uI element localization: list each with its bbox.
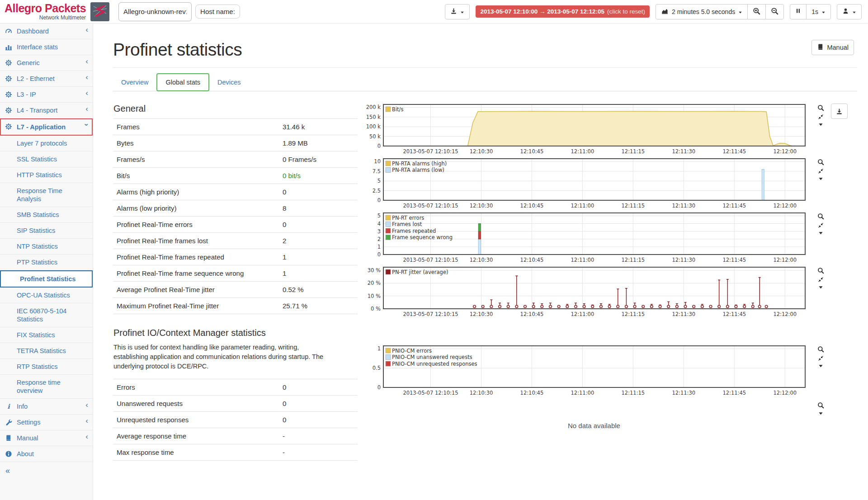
svg-text:12:11:00: 12:11:00	[571, 257, 594, 263]
user-menu-button[interactable]	[837, 4, 862, 19]
sidebar-item-iec-60870-5-104-statistics[interactable]: IEC 60870-5-104 Statistics	[0, 303, 93, 327]
sidebar-item-generic[interactable]: Generic‹	[0, 55, 93, 71]
iocm-table: Errors0Unanswered requests0Unrequested r…	[113, 379, 358, 461]
refresh-interval-button[interactable]: 1s	[806, 4, 831, 19]
chart-resize-icon[interactable]	[818, 222, 824, 228]
chart-resize-icon[interactable]	[818, 355, 824, 361]
zoom-in-button[interactable]	[747, 4, 766, 19]
tab-overview[interactable]: Overview	[113, 74, 156, 90]
chevron-left-icon: ‹	[85, 89, 88, 97]
sidebar-item-l2-ethernet[interactable]: L2 - Ethernet‹	[0, 71, 93, 87]
svg-text:2013-05-07 12:10:15: 2013-05-07 12:10:15	[403, 257, 458, 263]
chart-collapse-icon[interactable]	[818, 364, 823, 368]
stat-row: Maximum Profinet Real-Time jitter25.71 %	[113, 297, 358, 314]
sidebar-item-layer-7-protocols[interactable]: Layer 7 protocols	[0, 136, 93, 151]
chart-collapse-icon[interactable]	[818, 177, 823, 181]
sidebar-item-label: L3 - IP	[17, 91, 36, 98]
svg-text:12:10:30: 12:10:30	[470, 203, 493, 209]
svg-text:12:12:00: 12:12:00	[773, 257, 797, 263]
svg-text:12:10:30: 12:10:30	[470, 311, 493, 317]
manual-button-label: Manual	[827, 44, 849, 51]
brand-logo-icon	[90, 2, 109, 21]
chart-collapse-icon[interactable]	[818, 285, 823, 289]
zoom-out-icon	[771, 7, 778, 16]
sidebar-item-interface-stats[interactable]: Interface stats	[0, 39, 93, 55]
sidebar-item-profinet-statistics[interactable]: Profinet Statistics	[0, 270, 93, 288]
sidebar-item-ssl-statistics[interactable]: SSL Statistics	[0, 151, 93, 167]
zoom-out-button[interactable]	[765, 4, 784, 19]
chart-collapse-icon[interactable]	[818, 411, 823, 415]
stat-label: Profinet Real-Time frames repeated	[117, 253, 283, 261]
svg-text:12:10:45: 12:10:45	[520, 148, 544, 155]
sidebar-item-response-time-overview[interactable]: Response time overview	[0, 375, 93, 399]
stat-label: Maximum Profinet Real-Time jitter	[117, 302, 283, 310]
time-window-label: 2 minutes 5.0 seconds	[672, 8, 735, 15]
device-name-input[interactable]	[118, 2, 192, 21]
chart-resize-icon[interactable]	[818, 168, 824, 174]
svg-text:12:11:15: 12:11:15	[622, 390, 645, 396]
svg-text:12:12:00: 12:12:00	[773, 203, 797, 209]
svg-text:0 %: 0 %	[371, 306, 381, 312]
sidebar-item-l4-transport[interactable]: L4 - Transport‹	[0, 103, 93, 118]
chart-zoom-icon[interactable]	[817, 213, 824, 220]
chart-zoom-icon[interactable]	[817, 104, 824, 111]
chart-resize-icon[interactable]	[818, 277, 824, 283]
sidebar-item-settings[interactable]: Settings‹	[0, 415, 93, 430]
stats-column: General Frames31.46 kBytes1.89 MBFrames/…	[113, 91, 358, 474]
sidebar-item-sip-statistics[interactable]: SIP Statistics	[0, 223, 93, 239]
svg-text:12:11:45: 12:11:45	[722, 203, 746, 209]
top-header: Allegro Packets Network Multimeter Host …	[0, 0, 868, 24]
sidebar-item-manual[interactable]: Manual‹	[0, 430, 93, 446]
chart-zoom-icon[interactable]	[817, 267, 824, 274]
manual-button[interactable]: Manual	[811, 40, 854, 55]
tab-global-stats[interactable]: Global stats	[156, 73, 209, 91]
sidebar-item-tetra-statistics[interactable]: TETRA Statistics	[0, 343, 93, 359]
charts-column: Bit/s200 k150 k100 k50 k02013-05-07 12:1…	[360, 91, 848, 429]
svg-text:12:11:45: 12:11:45	[722, 148, 746, 155]
sidebar-item-label: FIX Statistics	[17, 331, 55, 339]
sidebar-item-ptp-statistics[interactable]: PTP Statistics	[0, 255, 93, 270]
svg-text:12:11:15: 12:11:15	[622, 311, 645, 317]
svg-text:Frame sequence wrong: Frame sequence wrong	[392, 234, 453, 241]
svg-text:12:12:00: 12:12:00	[773, 148, 797, 155]
sidebar-item-dashboard[interactable]: Dashboard‹	[0, 24, 93, 39]
sidebar-item-label: Dashboard	[17, 28, 49, 35]
chart-resize-icon[interactable]	[818, 114, 824, 120]
caret-down-icon	[821, 8, 826, 15]
time-range-text: 2013-05-07 12:10:00 → 2013-05-07 12:12:0…	[480, 8, 604, 15]
sidebar-item-label: L4 - Transport	[17, 107, 57, 114]
sidebar-item-http-statistics[interactable]: HTTP Statistics	[0, 167, 93, 183]
stat-row: Frames31.46 k	[113, 118, 358, 135]
page-title: Profinet statistics	[113, 40, 242, 60]
pause-button[interactable]	[790, 4, 807, 19]
sidebar-item-response-time-analysis[interactable]: Response Time Analysis	[0, 183, 93, 207]
tab-devices[interactable]: Devices	[209, 74, 249, 90]
chart-download-button[interactable]	[831, 104, 848, 119]
sidebar-item-about[interactable]: About	[0, 446, 93, 462]
sidebar-item-l7-application[interactable]: L7 - Application‹	[0, 118, 93, 136]
sidebar-item-smb-statistics[interactable]: SMB Statistics	[0, 207, 93, 223]
brand-title: Allegro Packets	[5, 3, 86, 14]
chart-tools	[816, 345, 826, 368]
sidebar-collapse-toggle[interactable]: «	[0, 462, 93, 479]
sidebar-item-label: Profinet Statistics	[20, 275, 75, 283]
svg-text:12:11:30: 12:11:30	[672, 390, 695, 396]
chart-zoom-icon[interactable]	[817, 402, 824, 409]
svg-text:2: 2	[377, 236, 381, 242]
chart-collapse-icon[interactable]	[818, 231, 823, 235]
time-window-button[interactable]: 2 minutes 5.0 seconds	[656, 4, 748, 19]
chart-collapse-icon[interactable]	[818, 123, 823, 127]
sidebar-item-fix-statistics[interactable]: FIX Statistics	[0, 327, 93, 343]
sidebar-item-info[interactable]: iInfo‹	[0, 399, 93, 415]
chart-zoom-icon[interactable]	[817, 346, 824, 353]
sidebar-item-l3-ip[interactable]: L3 - IP‹	[0, 87, 93, 103]
chart-zoom-icon[interactable]	[817, 159, 824, 165]
sidebar-item-ntp-statistics[interactable]: NTP Statistics	[0, 239, 93, 255]
svg-text:3: 3	[377, 228, 381, 235]
svg-text:200 k: 200 k	[366, 104, 381, 110]
sidebar-item-rtp-statistics[interactable]: RTP Statistics	[0, 359, 93, 375]
sidebar-item-opc-ua-statistics[interactable]: OPC-UA Statistics	[0, 288, 93, 303]
stat-label: Alarms (high priority)	[117, 188, 283, 196]
time-range-badge[interactable]: 2013-05-07 12:10:00 → 2013-05-07 12:12:0…	[476, 5, 650, 18]
export-button[interactable]	[445, 4, 470, 19]
